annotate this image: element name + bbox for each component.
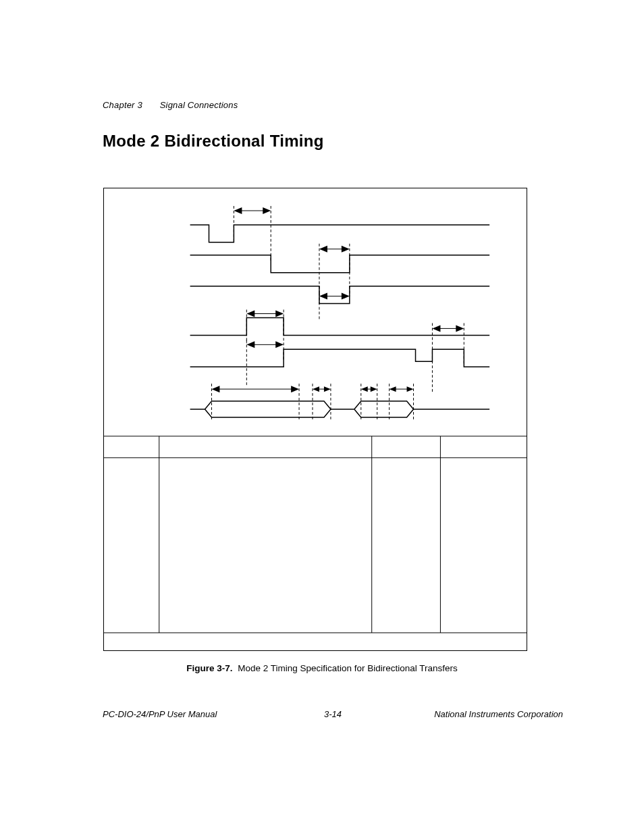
signal-2 — [190, 255, 490, 273]
section-group-name: Signal Connections — [160, 100, 238, 110]
figure-caption-text: Mode 2 Timing Specification for Bidirect… — [238, 663, 458, 673]
svg-marker-43 — [361, 386, 368, 392]
svg-marker-12 — [319, 293, 327, 300]
svg-marker-47 — [407, 386, 414, 392]
signal-3 — [190, 286, 490, 304]
svg-marker-18 — [275, 311, 284, 317]
svg-marker-44 — [371, 386, 377, 392]
timing-figure — [103, 188, 527, 651]
signal-5 — [190, 349, 490, 367]
svg-marker-46 — [390, 386, 396, 392]
svg-marker-17 — [246, 311, 254, 317]
figure-caption: Figure 3-7. Mode 2 Timing Specification … — [0, 663, 644, 673]
svg-marker-3 — [234, 207, 242, 214]
footer-company: National Instruments Corporation — [434, 709, 563, 719]
page-title: Mode 2 Bidirectional Timing — [103, 132, 324, 151]
figure-number: Figure 3-7. — [186, 663, 232, 673]
signal-1 — [190, 225, 490, 242]
svg-marker-23 — [456, 325, 464, 332]
svg-marker-40 — [313, 386, 319, 392]
svg-marker-22 — [432, 325, 440, 332]
signal-4 — [190, 317, 490, 335]
page: Chapter 3 Signal Connections Mode 2 Bidi… — [0, 0, 644, 834]
svg-marker-37 — [211, 386, 219, 392]
chapter-number: Chapter 3 — [103, 100, 142, 110]
svg-marker-9 — [342, 246, 350, 253]
running-header: Chapter 3 Signal Connections — [103, 100, 238, 110]
svg-marker-38 — [291, 386, 299, 392]
svg-marker-27 — [275, 341, 284, 348]
timing-diagram — [104, 188, 527, 650]
svg-marker-41 — [324, 386, 331, 392]
svg-marker-13 — [342, 293, 350, 300]
svg-marker-8 — [319, 246, 327, 253]
svg-marker-26 — [246, 341, 254, 348]
svg-marker-4 — [263, 207, 271, 214]
signal-data-bus — [190, 401, 490, 417]
